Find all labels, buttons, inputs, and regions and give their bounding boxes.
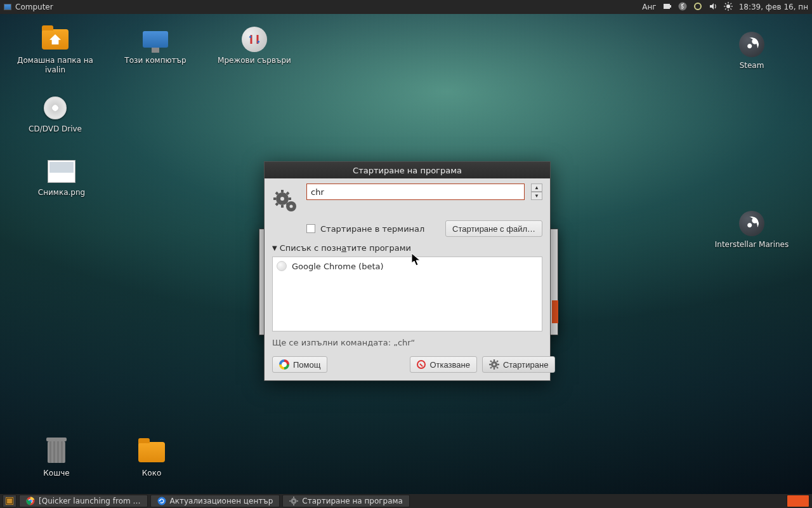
help-button[interactable]: Помощ — [272, 356, 327, 373]
monitor-icon — [143, 31, 168, 48]
computer-menu-icon[interactable] — [4, 4, 11, 10]
trash-icon — [48, 441, 65, 463]
command-status: Ще се изпълни командата: „chr“ — [272, 338, 542, 347]
taskbar-item-chrome[interactable]: [Quicker launching from … — [19, 495, 148, 507]
home-folder-icon — [42, 29, 69, 50]
steam-icon — [739, 32, 764, 57]
run-in-terminal-label: Стартиране в терминал — [320, 224, 424, 234]
chrome-icon — [26, 497, 35, 505]
desktop-icon-cd[interactable]: CD/DVD Drive — [14, 94, 96, 134]
taskbar-item-run[interactable]: Стартиране на програма — [282, 495, 410, 507]
launch-button[interactable]: Стартиране — [482, 356, 555, 373]
chrome-icon — [277, 261, 287, 271]
gear-icon — [489, 359, 499, 370]
steam-icon — [739, 211, 764, 236]
cancel-button[interactable]: Отказване — [410, 356, 476, 373]
svg-point-15 — [280, 197, 284, 201]
svg-line-22 — [276, 192, 278, 194]
svg-line-24 — [276, 203, 278, 205]
dialog-titlebar[interactable]: Стартиране на програма — [265, 162, 550, 178]
spinner-down[interactable]: ▼ — [531, 192, 542, 200]
desktop-icon-computer[interactable]: Този компютър — [114, 25, 197, 65]
computer-menu-label[interactable]: Computer — [15, 3, 53, 11]
history-spinner[interactable]: ▲ ▼ — [531, 184, 542, 200]
help-icon — [279, 359, 289, 370]
svg-point-17 — [290, 205, 293, 208]
list-item[interactable]: Google Chrome (beta) — [277, 260, 538, 272]
desktop-icon-home[interactable]: Домашна папка на ivalin — [14, 25, 96, 75]
dialog-title: Стартиране на програма — [353, 166, 462, 175]
volume-icon[interactable] — [709, 2, 717, 13]
svg-line-35 — [497, 361, 498, 362]
keyboard-layout-indicator[interactable]: Анг — [642, 3, 656, 11]
svg-point-5 — [726, 4, 730, 8]
svg-marker-4 — [710, 3, 714, 10]
svg-line-13 — [730, 3, 731, 4]
clock[interactable]: 18:39, фев 16, пн — [739, 3, 808, 11]
gear-icon — [289, 497, 298, 505]
network-icon[interactable] — [693, 2, 702, 13]
show-desktop-button[interactable] — [3, 495, 16, 507]
run-dialog: Стартиране на програма ▲ ▼ Стартиране — [264, 161, 551, 381]
run-in-terminal-checkbox[interactable] — [306, 224, 315, 233]
svg-rect-1 — [670, 5, 671, 8]
list-item-label: Google Chrome (beta) — [292, 262, 384, 271]
run-with-file-button[interactable]: Стартиране с файл… — [445, 220, 542, 237]
svg-line-33 — [497, 367, 498, 368]
workspace-switcher[interactable] — [787, 495, 809, 507]
triangle-down-icon: ▼ — [272, 244, 277, 251]
update-icon — [157, 497, 166, 505]
known-programs-list[interactable]: Google Chrome (beta) — [272, 257, 542, 331]
svg-line-23 — [287, 203, 289, 205]
top-panel: Computer Анг 18:39, фев 16, пн — [0, 0, 812, 14]
svg-point-40 — [157, 497, 166, 505]
desktop-icon-folder-koko[interactable]: Коко — [110, 438, 193, 478]
svg-point-27 — [493, 363, 495, 366]
command-input[interactable] — [306, 184, 525, 200]
taskbar-item-updater[interactable]: Актуализационен център — [150, 495, 280, 507]
run-dialog-icon — [272, 187, 300, 215]
desktop-icon-screenshot[interactable]: Снимка.png — [20, 157, 103, 197]
desktop-icon-steam[interactable]: Steam — [710, 30, 793, 70]
image-file-icon — [48, 160, 75, 183]
desktop-icon-interstellar[interactable]: Interstellar Marines — [710, 210, 793, 250]
battery-icon[interactable] — [663, 2, 672, 13]
svg-point-3 — [695, 3, 701, 10]
bluetooth-icon[interactable] — [678, 2, 687, 13]
known-programs-expander[interactable]: ▼ Списък с познатите програми — [272, 243, 542, 253]
svg-point-42 — [293, 500, 295, 502]
svg-rect-0 — [664, 4, 670, 9]
brightness-icon[interactable] — [724, 2, 733, 13]
disc-icon — [44, 97, 67, 119]
svg-line-34 — [490, 367, 492, 368]
spinner-up[interactable]: ▲ — [531, 184, 542, 192]
svg-line-10 — [725, 3, 726, 4]
cancel-icon — [417, 360, 426, 369]
bottom-panel: [Quicker launching from … Актуализационе… — [0, 494, 812, 508]
svg-line-12 — [725, 8, 726, 10]
network-servers-icon — [242, 27, 267, 52]
folder-icon — [138, 442, 165, 462]
desktop-icon-network[interactable]: Мрежови сървъри — [213, 25, 296, 65]
svg-line-32 — [490, 361, 492, 362]
desktop-icon-trash[interactable]: Кошче — [15, 438, 98, 478]
svg-line-11 — [730, 8, 731, 10]
svg-line-25 — [287, 192, 289, 194]
